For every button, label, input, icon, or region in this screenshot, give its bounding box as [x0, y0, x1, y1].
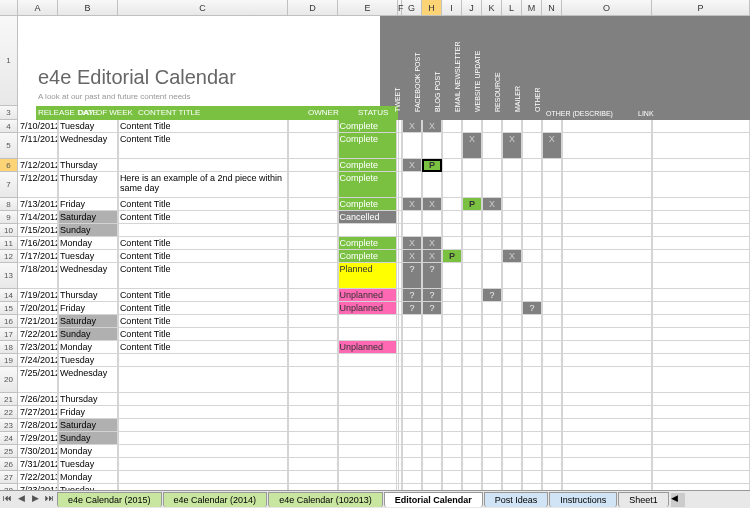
- col-header-I[interactable]: I: [442, 0, 462, 15]
- col-header-J[interactable]: J: [462, 0, 482, 15]
- sheet-tab[interactable]: Sheet1: [618, 492, 669, 507]
- tab-nav-first[interactable]: ⏮: [0, 493, 14, 507]
- sheet-tab[interactable]: Editorial Calendar: [384, 492, 483, 507]
- col-header-B[interactable]: B: [58, 0, 118, 15]
- row-header-1[interactable]: 1: [0, 16, 18, 106]
- sheet-tab[interactable]: Post Ideas: [484, 492, 549, 507]
- sheet-tab[interactable]: Instructions: [549, 492, 617, 507]
- row-header-16[interactable]: 16: [0, 315, 18, 328]
- hdr-blog: BLOG POST: [434, 72, 441, 112]
- row-header-10[interactable]: 10: [0, 224, 18, 237]
- col-header-M[interactable]: M: [522, 0, 542, 15]
- hdr-resource: RESOURCE: [494, 72, 501, 112]
- hdr-facebook: FACEBOOK POST: [414, 52, 421, 112]
- spreadsheet-grid[interactable]: e4e Editorial Calendar A look at our pas…: [0, 16, 750, 490]
- sheet-title: e4e Editorial Calendar: [38, 66, 236, 89]
- col-header-A[interactable]: A: [18, 0, 58, 15]
- select-all-corner[interactable]: [0, 0, 18, 15]
- tab-nav-next[interactable]: ▶: [28, 493, 42, 507]
- tab-scroll-indicator[interactable]: ◀: [671, 493, 685, 507]
- col-header-H[interactable]: H: [422, 0, 442, 15]
- col-header-D[interactable]: D: [288, 0, 338, 15]
- row-header-22[interactable]: 22: [0, 406, 18, 419]
- sheet-tab[interactable]: e4e Calendar (102013): [268, 492, 383, 507]
- row-header-8[interactable]: 8: [0, 198, 18, 211]
- col-header-C[interactable]: C: [118, 0, 288, 15]
- row-header-13[interactable]: 13: [0, 263, 18, 289]
- hdr-mailer: MAILER: [514, 86, 521, 112]
- row-header-21[interactable]: 21: [0, 393, 18, 406]
- row-header-5[interactable]: 5: [0, 133, 18, 159]
- col-header-K[interactable]: K: [482, 0, 502, 15]
- col-header-P[interactable]: P: [652, 0, 750, 15]
- row-header-12[interactable]: 12: [0, 250, 18, 263]
- sheet-tabs: ⏮ ◀ ▶ ⏭ e4e Calendar (2015)e4e Calendar …: [0, 490, 750, 508]
- row-header-18[interactable]: 18: [0, 341, 18, 354]
- col-header-G[interactable]: G: [402, 0, 422, 15]
- hdr-link: LINK: [638, 110, 654, 117]
- hdr-tweet: TWEET: [394, 88, 401, 113]
- sheet-tab[interactable]: e4e Calendar (2014): [163, 492, 268, 507]
- row-header-11[interactable]: 11: [0, 237, 18, 250]
- row-header-15[interactable]: 15: [0, 302, 18, 315]
- row-header-3[interactable]: 3: [0, 106, 18, 120]
- col-header-L[interactable]: L: [502, 0, 522, 15]
- gridlines: [18, 120, 750, 490]
- row-header-4[interactable]: 4: [0, 120, 18, 133]
- hdr-website: WEBSITE UPDATE: [474, 51, 481, 112]
- col-header-O[interactable]: O: [562, 0, 652, 15]
- hdr-other-desc: OTHER (DESCRIBE): [546, 110, 613, 117]
- column-headers-green: RELEASE DATE DAY OF WEEK CONTENT TITLE O…: [36, 106, 398, 120]
- row-header-19[interactable]: 19: [0, 354, 18, 367]
- sheet-subtitle: A look at our past and future content ne…: [38, 92, 191, 101]
- row-header-26[interactable]: 26: [0, 458, 18, 471]
- row-header-23[interactable]: 23: [0, 419, 18, 432]
- row-header-14[interactable]: 14: [0, 289, 18, 302]
- row-header-24[interactable]: 24: [0, 432, 18, 445]
- row-header-20[interactable]: 20: [0, 367, 18, 393]
- hdr-other: OTHER: [534, 88, 541, 113]
- hdr-status: STATUS: [358, 108, 388, 117]
- column-headers: ABCDEFGHIJKLMNOP: [0, 0, 750, 16]
- row-header-17[interactable]: 17: [0, 328, 18, 341]
- col-header-N[interactable]: N: [542, 0, 562, 15]
- row-header-7[interactable]: 7: [0, 172, 18, 198]
- hdr-content-title: CONTENT TITLE: [138, 108, 200, 117]
- hdr-email: EMAIL NEWSLETTER: [454, 41, 461, 112]
- row-header-27[interactable]: 27: [0, 471, 18, 484]
- sheet-tab[interactable]: e4e Calendar (2015): [57, 492, 162, 507]
- title-banner: e4e Editorial Calendar A look at our pas…: [18, 16, 750, 120]
- row-header-25[interactable]: 25: [0, 445, 18, 458]
- row-header-9[interactable]: 9: [0, 211, 18, 224]
- row-header-6[interactable]: 6: [0, 159, 18, 172]
- tab-nav-last[interactable]: ⏭: [42, 493, 56, 507]
- hdr-dow: DAY OF WEEK: [78, 108, 133, 117]
- col-header-E[interactable]: E: [338, 0, 398, 15]
- hdr-owner: OWNER: [308, 108, 339, 117]
- tab-nav-prev[interactable]: ◀: [14, 493, 28, 507]
